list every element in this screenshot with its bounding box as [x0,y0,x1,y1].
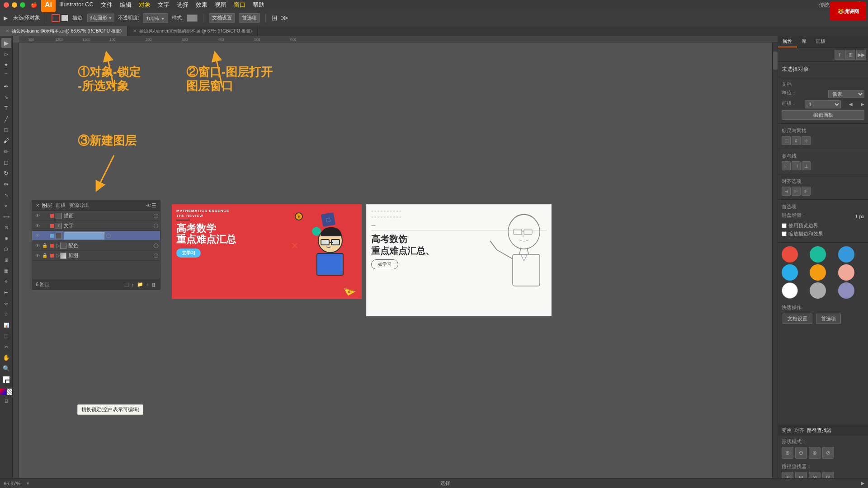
scale-corners-checkbox[interactable] [782,231,787,236]
new-layer-btn[interactable]: + [146,282,149,287]
tab-1[interactable]: ✕ 插边风-banner演示稿的副本.ai @ 67% (RGB/GPU 推量) [127,26,258,36]
swatch-white[interactable] [782,282,798,299]
collect-layer-btn[interactable]: 📁 [137,282,143,287]
tool-curvature[interactable]: ∿ [1,92,11,102]
align-icon-1[interactable]: # [792,136,801,145]
layer-circle-2[interactable] [106,234,111,238]
tool-mirror[interactable]: ⇔ [1,179,11,189]
use-preview-bounds-checkbox[interactable] [782,223,787,228]
menu-bar-items[interactable]: Illustrator CC 文件 编辑 对象 文字 选择 效果 视图 窗口 帮… [59,1,264,9]
align-left-icon[interactable]: ⫤ [782,187,791,196]
tool-pencil[interactable]: ✏ [1,146,11,156]
maximize-button[interactable] [20,2,25,8]
menu-window[interactable]: 窗口 [234,1,245,9]
bp-tab-pathfinder[interactable]: 路径查找器 [807,427,832,434]
apple-menu[interactable]: 🍎 [31,2,38,8]
tool-slice[interactable]: ✂ [1,342,11,352]
tool-column-graph[interactable]: 📊 [1,320,11,330]
tool-shape-builder[interactable]: ⊕ [1,233,11,243]
swatch-orange[interactable] [810,264,826,281]
tool-rect[interactable]: □ [1,125,11,135]
panel-tab-library[interactable]: 库 [797,36,811,47]
tab-0[interactable]: ✕ 插边风-banner演示精本.ai @ 66.67% (RGB/GPU 推量… [0,26,127,36]
align-icons-row[interactable]: ⬚ # ⊹ [782,136,864,145]
layer-lock-0[interactable] [41,212,48,220]
selection-icon[interactable]: ▶ [4,15,8,21]
tool-type[interactable]: T [1,103,11,113]
tool-perspective[interactable]: ⬡ [1,244,11,254]
close-tab-1[interactable]: ✕ [133,28,137,33]
none-box[interactable] [7,389,13,395]
layer-eye-1[interactable]: 👁 [34,222,41,230]
stroke-chevron[interactable]: ▼ [108,16,112,20]
tool-free-transform[interactable]: ⊡ [1,222,11,232]
panel-tab-artboard[interactable]: 画板 [811,36,830,47]
panel-artboard-select[interactable]: 1 [805,100,841,108]
tool-selection[interactable]: ▶ [1,38,11,48]
align-right-icon[interactable]: ⊫ [802,187,811,196]
opacity-chevron[interactable]: ▼ [161,17,165,21]
layers-panel-tabs[interactable]: 图层 画板 资源导出 [42,202,146,209]
align-icon-2[interactable]: ⊹ [802,136,811,145]
tool-mesh[interactable]: ⊞ [1,255,11,265]
close-tab-0[interactable]: ✕ [5,28,9,33]
layer-lock-3[interactable]: 🔒 [41,242,48,249]
guide-icon-2[interactable]: ⊥ [802,161,811,170]
layer-name-input-2[interactable] [64,232,104,239]
guide-icon-0[interactable]: ⊢ [782,161,791,170]
scroll-thumb-v[interactable] [773,52,778,70]
window-controls[interactable] [4,2,25,8]
artboard-prev[interactable]: ◀ [849,102,853,107]
layer-eye-4[interactable]: 👁 [34,252,41,259]
tool-warp[interactable]: ≈ [1,201,11,211]
delete-layer-btn[interactable]: 🗑 [151,282,156,287]
right-panel-tools[interactable]: T ⊞ ▶▶ [778,48,868,62]
swatch-pink[interactable] [838,264,854,281]
guide-icons-row[interactable]: ⊢ ⊣ ⊥ [782,161,864,170]
swatch-light-blue[interactable] [782,264,798,281]
tool-lasso[interactable]: ⌒ [1,70,11,80]
layer-circle-1[interactable] [154,224,158,228]
layer-row-2[interactable]: 👁 [32,231,160,241]
tool-eyedropper[interactable]: ⌖ [1,277,11,286]
stroke-box[interactable] [5,380,11,386]
align-center-icon[interactable]: ⊨ [792,187,801,196]
swatch-blue[interactable] [838,246,854,263]
shape-mode-minus[interactable]: ⊖ [795,447,807,459]
panel-tab-properties[interactable]: 属性 [778,36,797,47]
tool-symbol[interactable]: ☆ [1,309,11,319]
layer-circle-0[interactable] [154,214,158,218]
menu-select[interactable]: 选择 [177,1,189,9]
menu-edit[interactable]: 编辑 [120,1,132,9]
layers-tab-layers[interactable]: 图层 [42,202,52,209]
tool-blend[interactable]: ∞ [1,298,11,308]
scrollbar-v[interactable] [772,42,778,486]
artboard-next[interactable]: ▶ [861,102,864,107]
layer-row-3[interactable]: 👁 🔒 ▷ 配色 [32,241,160,251]
align-icon-0[interactable]: ⬚ [782,136,791,145]
guide-icon-1[interactable]: ⊣ [792,161,801,170]
layer-eye-0[interactable]: 👁 [34,212,41,220]
arrange-icon[interactable]: ⊞ [271,14,277,22]
layers-tab-artboards[interactable]: 画板 [56,202,66,209]
shape-mode-intersect[interactable]: ⊗ [809,447,821,459]
swatch-gray[interactable] [810,282,826,299]
tool-magic-wand[interactable]: ✦ [1,60,11,70]
move-layer-btn[interactable]: ↑ [132,282,134,287]
layer-row-1[interactable]: 👁 T 文字 [32,221,160,231]
menu-object[interactable]: 对象 [139,1,151,9]
minimize-button[interactable] [12,2,17,8]
layers-tab-export[interactable]: 资源导出 [69,202,89,209]
rp-icon-align[interactable]: ⊞ [845,50,855,60]
tool-change-screen[interactable]: ⊟ [1,396,11,406]
layer-eye-2[interactable]: 👁 [34,232,41,239]
layer-expand-4[interactable]: ▷ [56,253,60,258]
layer-circle-3[interactable] [154,244,158,248]
play-btn[interactable]: ▶ [861,480,864,486]
panel-unit-select[interactable]: 像素 [828,90,864,98]
layer-row-0[interactable]: 👁 描画 [32,211,160,221]
tool-rotate[interactable]: ↻ [1,168,11,178]
more-icon[interactable]: ≫ [281,14,288,22]
shape-mode-unite[interactable]: ⊕ [782,447,793,459]
layers-panel-collapse[interactable]: ≪ [146,203,151,208]
